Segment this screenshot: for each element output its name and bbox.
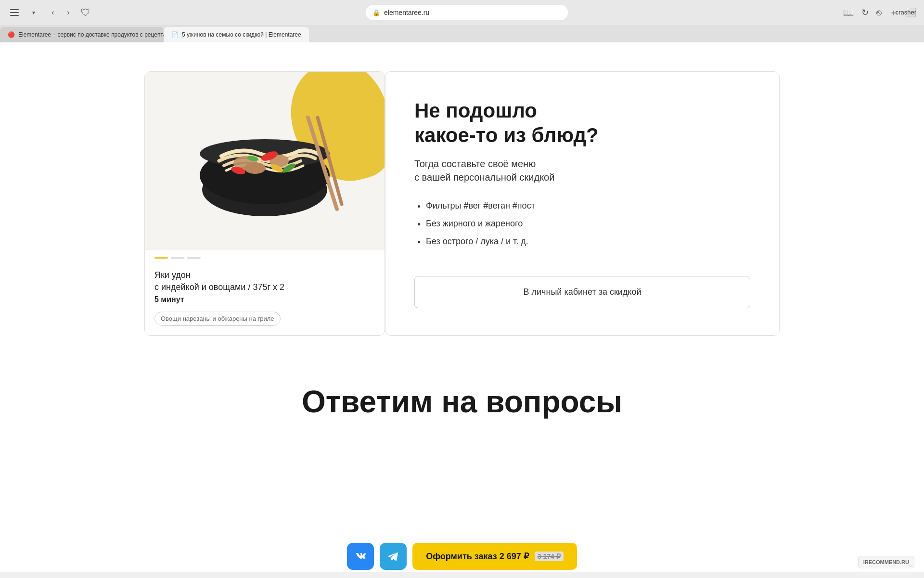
tab-elementaree-order[interactable]: 📄 5 ужинов на семью со скидкой | Element… (164, 27, 309, 42)
promo-card: Не подошлокакое-то из блюд? Тогда состав… (385, 71, 780, 336)
address-bar-container: 🔒 elementaree.ru (96, 5, 837, 20)
crasher-label: crasher (896, 9, 916, 16)
tab-favicon-1: 🔴 (8, 31, 14, 38)
order-button[interactable]: Оформить заказ 2 697 ₽ 3 174 ₽ (412, 543, 577, 570)
dish-name: Яки удон с индейкой и овощами / 375г х 2 (154, 269, 375, 293)
bottom-section: Ответим на вопросы (0, 355, 924, 477)
main-section: Яки удон с индейкой и овощами / 375г х 2… (125, 42, 799, 355)
forward-button[interactable]: › (62, 6, 75, 19)
features-list: Фильтры #вег #веган #пост Без жирного и … (414, 199, 750, 253)
tab-elementaree-review[interactable]: 🔴 Elementaree – сервис по доставке проду… (0, 27, 164, 42)
promo-title: Не подошлокакое-то из блюд? (414, 99, 750, 147)
feature-item-3: Без острого / лука / и т. д. (426, 235, 750, 248)
back-button[interactable]: ‹ (46, 6, 60, 19)
browser-chrome: ▼ ‹ › 🛡 🔒 elementaree.ru 📖 ↻ ⎋ ＋ ⬜ crash… (0, 0, 924, 42)
sidebar-toggle-button[interactable] (8, 6, 21, 19)
tab-list-button[interactable]: ▼ (27, 6, 40, 19)
browser-actions-right: 📖 ↻ ⎋ ＋ ⬜ crasher (843, 7, 916, 18)
url-text: elementaree.ru (384, 9, 429, 16)
feature-item-2: Без жирного и жареного (426, 217, 750, 230)
svg-rect-0 (10, 9, 19, 10)
bottom-title: Ответим на вопросы (19, 384, 905, 420)
tabs-bar: 🔴 Elementaree – сервис по доставке проду… (0, 25, 924, 42)
vk-button[interactable] (347, 543, 374, 570)
slide-indicator (145, 250, 385, 265)
dish-time: 5 минут (154, 295, 375, 304)
feature-item-1: Фильтры #вег #веган #пост (426, 199, 750, 212)
promo-subtitle: Тогда составьте своё менюс вашей персона… (414, 157, 750, 184)
title-bar: ▼ ‹ › 🛡 🔒 elementaree.ru 📖 ↻ ⎋ ＋ ⬜ crash… (0, 0, 924, 25)
tab-label-1: Elementaree – сервис по доставке продукт… (18, 31, 164, 38)
share-button[interactable]: ⎋ (876, 8, 882, 18)
dish-card: Яки удон с индейкой и овощами / 375г х 2… (144, 71, 385, 336)
telegram-button[interactable] (380, 543, 407, 570)
svg-rect-2 (10, 15, 19, 16)
food-illustration (183, 79, 346, 243)
price-old: 3 174 ₽ (535, 552, 564, 561)
address-bar[interactable]: 🔒 elementaree.ru (366, 5, 568, 20)
tab-label-2: 5 ужинов на семью со скидкой | Elementar… (182, 31, 301, 38)
tab-favicon-2: 📄 (171, 31, 178, 38)
order-label: Оформить заказ 2 697 ₽ (426, 551, 528, 562)
cabinet-button[interactable]: В личный кабинет за скидкой (414, 276, 750, 308)
indicator-dot-3 (187, 257, 201, 259)
shield-icon: 🛡 (81, 7, 90, 18)
indicator-active (154, 257, 168, 259)
svg-rect-1 (10, 12, 19, 13)
dish-tag: Овощи нарезаны и обжарены на гриле (154, 312, 281, 326)
dish-info: Яки удон с индейкой и овощами / 375г х 2… (145, 265, 385, 335)
page-content: Яки удон с индейкой и овощами / 375г х 2… (0, 42, 924, 572)
refresh-button[interactable]: ↻ (861, 7, 869, 18)
bottom-bar: Оформить заказ 2 697 ₽ 3 174 ₽ (0, 539, 924, 578)
navigation-buttons: ‹ › (46, 6, 75, 19)
reader-mode-icon[interactable]: 📖 (843, 7, 854, 18)
irecommend-badge: IRECOMMEND.RU (858, 556, 914, 568)
lock-icon: 🔒 (372, 9, 380, 16)
indicator-dot-2 (171, 257, 184, 259)
dish-image (145, 72, 385, 250)
svg-point-7 (244, 162, 266, 174)
